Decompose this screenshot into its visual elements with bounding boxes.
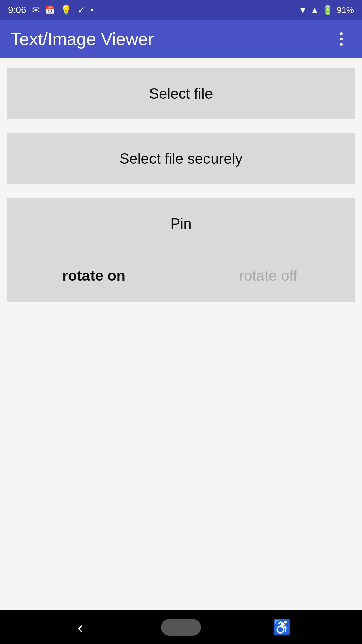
select-file-securely-button[interactable]: Select file securely [7, 133, 355, 184]
accessibility-icon: ♿ [273, 619, 291, 636]
app-bar: Text/Image Viewer [0, 20, 362, 58]
signal-icon: ▲ [310, 5, 319, 15]
back-icon: ‹ [78, 618, 83, 637]
status-bar-left: 9:06 ✉ 📅 💡 ✓ • [8, 5, 94, 16]
status-time: 9:06 [8, 5, 26, 15]
wifi-icon: ▼ [298, 5, 307, 15]
rotate-on-button[interactable]: rotate on [7, 250, 181, 302]
check-icon: ✓ [77, 5, 85, 16]
select-file-button[interactable]: Select file [7, 68, 355, 119]
app-title: Text/Image Viewer [11, 29, 154, 49]
dot-icon: • [90, 5, 94, 15]
battery-percent: 91% [337, 5, 354, 15]
more-options-icon[interactable] [331, 29, 351, 49]
status-bar: 9:06 ✉ 📅 💡 ✓ • ▼ ▲ 🔋 91% [0, 0, 362, 20]
pin-button[interactable]: Pin [7, 198, 355, 250]
home-button[interactable] [161, 619, 201, 636]
bottom-nav-bar: ‹ ♿ [0, 610, 362, 644]
accessibility-button[interactable]: ♿ [268, 614, 295, 641]
status-bar-right: ▼ ▲ 🔋 91% [298, 5, 354, 15]
battery-icon: 🔋 [322, 5, 333, 15]
back-button[interactable]: ‹ [67, 614, 94, 641]
mail-icon: ✉ [32, 5, 40, 16]
main-content: Select file Select file securely Pin rot… [0, 58, 362, 610]
rotate-buttons-row: rotate on rotate off [7, 250, 355, 302]
bulb-icon: 💡 [60, 5, 72, 16]
calendar-icon: 📅 [45, 5, 55, 15]
rotate-off-button[interactable]: rotate off [181, 250, 355, 302]
